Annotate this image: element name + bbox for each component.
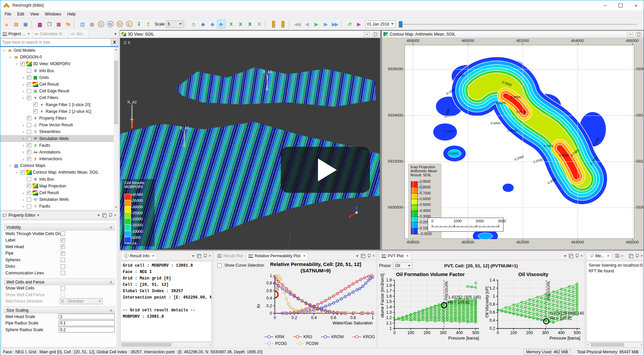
contour-plot-area[interactable]: 0.10000.10000.30000.20000.60000.80000.70… bbox=[382, 38, 643, 250]
anim-skip-to-end-icon[interactable]: ▶▶ bbox=[330, 20, 339, 29]
contour-minimize-icon[interactable]: – bbox=[627, 32, 633, 37]
tree-checkbox[interactable] bbox=[27, 96, 31, 100]
tree-checkbox[interactable] bbox=[27, 191, 31, 195]
view-north-icon[interactable]: N bbox=[106, 20, 115, 29]
tree-search-input[interactable] bbox=[0, 38, 111, 46]
tree-checkbox[interactable] bbox=[27, 177, 31, 181]
tree-checkbox[interactable] bbox=[27, 75, 31, 80]
float-icon[interactable] bbox=[197, 254, 201, 258]
pvt-close-icon[interactable]: × bbox=[406, 254, 409, 258]
float-icon[interactable] bbox=[361, 254, 365, 258]
zoom-all-icon[interactable]: ◎ bbox=[87, 20, 96, 29]
summary-plots-icon[interactable]: ▦ bbox=[54, 20, 63, 29]
collapse-icon[interactable]: ∧ bbox=[109, 224, 112, 230]
pin-icon[interactable] bbox=[575, 254, 579, 258]
prop-checkbox-spheres[interactable] bbox=[61, 258, 65, 262]
float-icon[interactable] bbox=[569, 254, 573, 258]
expander-open-icon[interactable]: › bbox=[21, 95, 26, 100]
tree-item-cell-filters[interactable]: ›▼Cell Filters bbox=[0, 94, 118, 101]
tab-scripts[interactable]: </> Scr... bbox=[68, 30, 89, 38]
close-panel-icon[interactable]: × bbox=[641, 254, 643, 258]
open-project-icon[interactable]: ▲ bbox=[2, 20, 11, 29]
scroll-right-icon[interactable]: › bbox=[641, 343, 642, 346]
timestep-select[interactable]: 01.Jan 2018 bbox=[365, 20, 395, 28]
tree-item-property-filters[interactable]: ▼Property Filters bbox=[0, 115, 118, 122]
dock-menu-icon[interactable]: ▾ bbox=[98, 213, 100, 218]
anim-play-icon[interactable]: ▶ bbox=[312, 20, 320, 29]
scale-select[interactable]: 5 bbox=[166, 20, 183, 28]
scroll-up-icon[interactable]: ▲ bbox=[114, 47, 118, 52]
phase-select[interactable]: Oil bbox=[393, 262, 413, 269]
pin-icon[interactable] bbox=[109, 213, 112, 218]
pin-icon[interactable] bbox=[635, 254, 639, 258]
expander-closed-icon[interactable]: › bbox=[21, 129, 26, 134]
tree-checkbox[interactable] bbox=[20, 62, 25, 66]
tab-messages[interactable]: 🗩 Me... × bbox=[587, 252, 612, 260]
view3d-viewport[interactable]: Z: 5 R_A3R_A2R_A5 Cell Results: MOBPORV … bbox=[120, 38, 380, 250]
prop-checkbox-show-well-cell-fence[interactable] bbox=[61, 293, 65, 297]
prop-checkbox-pipe[interactable] bbox=[61, 251, 65, 256]
float-icon[interactable] bbox=[102, 213, 106, 217]
expander-open-icon[interactable]: › bbox=[2, 48, 7, 53]
scroll-thumb[interactable] bbox=[114, 60, 118, 124]
prop-checkbox-show-well-cells[interactable] bbox=[61, 286, 65, 291]
view-south-icon[interactable]: S bbox=[97, 20, 105, 29]
pin-icon[interactable] bbox=[367, 254, 371, 258]
tab-result-plot[interactable]: Result Plot bbox=[215, 252, 245, 260]
expander-closed-icon[interactable]: › bbox=[21, 82, 26, 87]
close-panel-icon[interactable]: × bbox=[581, 254, 583, 258]
expander-closed-icon[interactable]: › bbox=[21, 89, 26, 94]
close-panel-icon[interactable]: × bbox=[209, 254, 211, 258]
contour-titlebar[interactable]: Contour Map: Arithmetic Mean, SOIL – ▢ bbox=[382, 31, 643, 38]
new-plot-window-icon[interactable]: ▆ bbox=[35, 20, 44, 29]
expander-closed-icon[interactable]: › bbox=[21, 143, 26, 148]
relperm-close-icon[interactable]: × bbox=[303, 254, 306, 258]
tree-item-info-box[interactable]: ≣Info Box bbox=[0, 176, 118, 183]
scroll-left-icon[interactable]: ‹ bbox=[587, 343, 588, 346]
dock-menu-icon[interactable]: ▾ bbox=[564, 254, 566, 258]
search-clear-button[interactable]: X bbox=[111, 38, 118, 46]
scroll-down-icon[interactable]: ▼ bbox=[114, 205, 118, 210]
prop-checkbox-communication-lines[interactable] bbox=[61, 271, 65, 275]
expander-closed-icon[interactable]: › bbox=[21, 197, 26, 202]
tree-item-simulation-wells[interactable]: ›ΨSimulation Wells bbox=[0, 196, 118, 203]
save-project-icon[interactable]: ▣ bbox=[21, 20, 30, 29]
view3d-titlebar[interactable]: 3D View: SOIL – ▢ bbox=[120, 31, 380, 38]
tab-overflow-icon[interactable]: ▾ bbox=[114, 32, 116, 36]
view-cube-edges-icon[interactable]: ◈ bbox=[198, 20, 207, 29]
result-info-close-icon[interactable]: × bbox=[152, 254, 154, 258]
tree-checkbox[interactable] bbox=[20, 170, 25, 175]
anim-settings-icon[interactable]: ▶ bbox=[354, 20, 363, 29]
tab-result-info[interactable]: i Result Info × bbox=[121, 252, 157, 260]
expander-closed-icon[interactable]: › bbox=[21, 75, 26, 80]
scroll-right-icon[interactable]: › bbox=[210, 343, 211, 346]
tree-item-grid-models[interactable]: ›≋Grid Models bbox=[0, 47, 118, 54]
close-panel-icon[interactable]: × bbox=[373, 254, 375, 258]
expander-closed-icon[interactable]: › bbox=[21, 123, 26, 128]
draw-faults-1-icon[interactable]: X bbox=[226, 20, 235, 29]
messages-hscrollbar[interactable]: ‹ › bbox=[586, 342, 643, 347]
view-cube-outline-icon[interactable]: ◇ bbox=[189, 20, 198, 29]
anim-skip-to-start-icon[interactable]: ◀◀ bbox=[293, 20, 302, 29]
tree-checkbox[interactable] bbox=[27, 82, 31, 87]
float-icon[interactable] bbox=[629, 254, 633, 258]
draw-faults-2-icon[interactable]: X bbox=[236, 20, 245, 29]
prop-checkbox-wells-through-visible-cells-only[interactable] bbox=[61, 231, 65, 236]
open-file-icon[interactable]: ▤ bbox=[11, 20, 20, 29]
tree-checkbox[interactable] bbox=[27, 157, 31, 161]
expander-closed-icon[interactable]: › bbox=[21, 204, 26, 209]
expander-open-icon[interactable]: › bbox=[14, 61, 19, 66]
tree-checkbox[interactable] bbox=[27, 197, 31, 202]
prop-checkbox-well-head[interactable] bbox=[61, 244, 65, 249]
pin-icon[interactable] bbox=[203, 254, 207, 258]
tree-checkbox[interactable] bbox=[33, 109, 38, 114]
expander-open-icon[interactable]: › bbox=[14, 170, 19, 175]
maximize-button[interactable] bbox=[613, 0, 628, 10]
tree-item-simulation-wells[interactable]: ›ΨSimulation Wells bbox=[0, 135, 118, 142]
prop-input-sphere-radius-scale[interactable] bbox=[59, 327, 115, 332]
anim-step-forward-icon[interactable]: ▶ bbox=[321, 20, 330, 29]
collapse-icon[interactable]: ∧ bbox=[109, 307, 112, 313]
expander-open-icon[interactable]: › bbox=[8, 163, 13, 168]
tree-scrollbar[interactable]: ▲ ▼ bbox=[114, 47, 118, 210]
split-view-icon[interactable]: ◫ bbox=[78, 20, 87, 29]
